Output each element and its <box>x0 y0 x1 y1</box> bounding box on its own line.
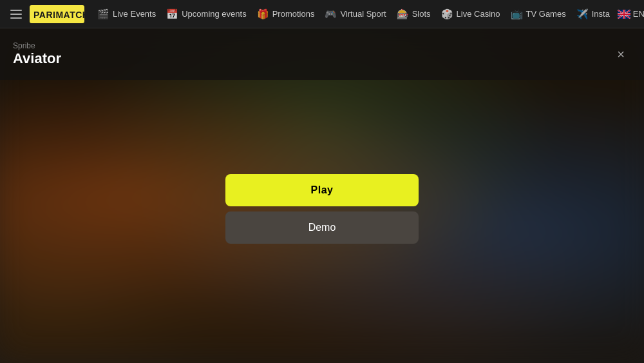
nav-item-promotions[interactable]: 🎁 Promotions <box>252 0 320 28</box>
nav-item-live-events[interactable]: 🎬 Live Events <box>92 0 161 28</box>
close-button[interactable]: × <box>611 44 631 64</box>
game-provider: Spribe <box>13 41 61 50</box>
main-content: Spribe Aviator × Play Demo <box>0 28 644 363</box>
nav-item-live-casino-label: Live Casino <box>457 9 500 19</box>
live-events-icon: 🎬 <box>97 8 109 20</box>
upcoming-events-icon: 📅 <box>166 8 178 20</box>
slots-icon: 🎰 <box>397 8 409 20</box>
close-icon: × <box>617 47 625 62</box>
svg-text:PARIMATCH: PARIMATCH <box>33 10 84 20</box>
language-selector[interactable]: EN <box>618 9 644 19</box>
game-info: Spribe Aviator <box>13 41 61 67</box>
hamburger-menu-button[interactable] <box>8 7 24 21</box>
nav-item-live-events-label: Live Events <box>113 9 156 19</box>
tv-games-icon: 📺 <box>511 8 523 20</box>
nav-right: EN Log in Sign up <box>618 0 644 28</box>
demo-button[interactable]: Demo <box>225 211 419 244</box>
game-actions: Play Demo <box>225 174 419 244</box>
nav-item-slots-label: Slots <box>412 9 431 19</box>
language-code: EN <box>633 9 644 19</box>
nav-item-promotions-label: Promotions <box>272 9 315 19</box>
navbar: PARIMATCH 🎬 Live Events 📅 Upcoming event… <box>0 0 644 28</box>
nav-item-virtual-sport-label: Virtual Sport <box>340 9 386 19</box>
nav-item-slots[interactable]: 🎰 Slots <box>392 0 436 28</box>
nav-items: 🎬 Live Events 📅 Upcoming events 🎁 Promot… <box>92 0 615 28</box>
nav-item-live-casino[interactable]: 🎲 Live Casino <box>436 0 506 28</box>
logo[interactable]: PARIMATCH <box>30 5 84 23</box>
nav-item-virtual-sport[interactable]: 🎮 Virtual Sport <box>319 0 391 28</box>
nav-item-insta[interactable]: ✈️ Insta <box>571 0 615 28</box>
live-casino-icon: 🎲 <box>441 8 453 20</box>
game-panel: Spribe Aviator × <box>0 28 644 80</box>
nav-item-tv-games[interactable]: 📺 TV Games <box>506 0 571 28</box>
nav-item-upcoming-events-label: Upcoming events <box>182 9 246 19</box>
insta-icon: ✈️ <box>576 8 589 20</box>
game-title: Aviator <box>13 50 61 67</box>
nav-item-tv-games-label: TV Games <box>526 9 566 19</box>
promotions-icon: 🎁 <box>257 8 269 20</box>
flag-icon <box>618 10 630 19</box>
virtual-sport-icon: 🎮 <box>325 8 337 20</box>
nav-item-insta-label: Insta <box>592 9 610 19</box>
nav-item-upcoming-events[interactable]: 📅 Upcoming events <box>161 0 251 28</box>
play-button[interactable]: Play <box>225 174 419 206</box>
